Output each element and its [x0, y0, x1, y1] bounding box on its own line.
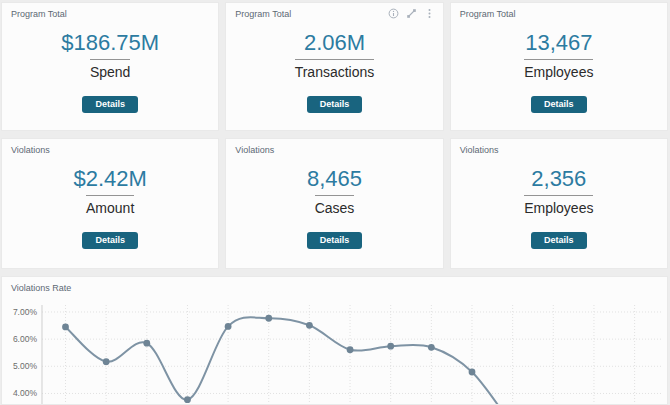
details-button[interactable]: Details — [82, 232, 138, 249]
svg-text:7.00%: 7.00% — [13, 307, 38, 317]
kpi-label: Cases — [315, 195, 355, 216]
kpi-label: Spend — [90, 59, 130, 80]
kpi-label: Amount — [86, 195, 134, 216]
dashboard: Program Total $186.75M Spend Details Pro… — [0, 0, 670, 405]
kpi-card-spend: Program Total $186.75M Spend Details — [1, 2, 219, 131]
kpi-label: Transactions — [295, 59, 375, 80]
info-icon[interactable] — [388, 8, 399, 19]
card-toolbar — [388, 8, 435, 19]
svg-text:6.00%: 6.00% — [13, 334, 38, 344]
kpi-value: $186.75M — [61, 31, 159, 55]
expand-icon[interactable] — [406, 8, 417, 19]
kpi-card-violations-employees: Violations 2,356 Employees Details — [450, 138, 668, 269]
kpi-card-violations-cases: Violations 8,465 Cases Details — [225, 138, 443, 269]
violations-rate-chart: 7.00%6.00%5.00%4.00% — [2, 277, 668, 405]
kpi-value: $2.42M — [73, 167, 146, 191]
kpi-label: Employees — [524, 195, 593, 216]
details-button[interactable]: Details — [307, 232, 363, 249]
kpi-value: 13,467 — [525, 31, 592, 55]
kebab-menu-icon[interactable] — [424, 8, 435, 19]
svg-text:5.00%: 5.00% — [13, 361, 38, 371]
card-title: Program Total — [451, 3, 516, 19]
card-title: Violations — [451, 139, 499, 155]
details-button[interactable]: Details — [307, 96, 363, 113]
card-title: Violations — [2, 139, 50, 155]
kpi-label: Employees — [524, 59, 593, 80]
kpi-value: 2,356 — [531, 167, 586, 191]
kpi-card-violations-amount: Violations $2.42M Amount Details — [1, 138, 219, 269]
kpi-value: 8,465 — [307, 167, 362, 191]
kpi-card-program-employees: Program Total 13,467 Employees Details — [450, 2, 668, 131]
card-title: Program Total — [2, 3, 67, 19]
chart-title: Violations Rate — [2, 277, 667, 293]
kpi-value: 2.06M — [304, 31, 365, 55]
card-title: Program Total — [226, 3, 291, 19]
card-title: Violations — [226, 139, 274, 155]
svg-text:4.00%: 4.00% — [13, 388, 38, 398]
details-button[interactable]: Details — [82, 96, 138, 113]
violations-rate-card: 7.00%6.00%5.00%4.00% Violations Rate — [1, 276, 668, 405]
details-button[interactable]: Details — [531, 232, 587, 249]
details-button[interactable]: Details — [531, 96, 587, 113]
kpi-card-transactions: Program Total 2.06M Transactions Details — [225, 2, 443, 131]
